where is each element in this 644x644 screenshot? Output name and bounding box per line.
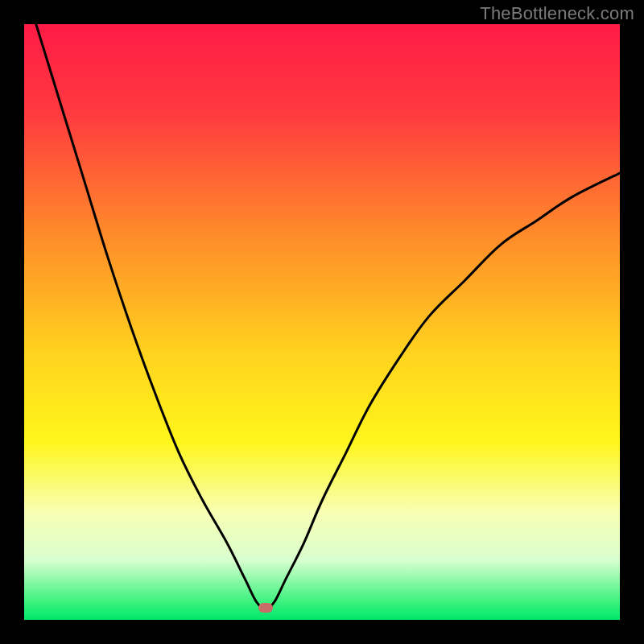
curve-right-branch — [266, 173, 620, 611]
watermark-text: TheBottleneck.com — [480, 3, 634, 24]
curve-layer — [24, 24, 620, 620]
bottleneck-marker — [258, 603, 273, 613]
chart-frame: TheBottleneck.com — [0, 0, 644, 644]
curve-left-branch — [36, 24, 266, 611]
plot-area — [24, 24, 620, 620]
